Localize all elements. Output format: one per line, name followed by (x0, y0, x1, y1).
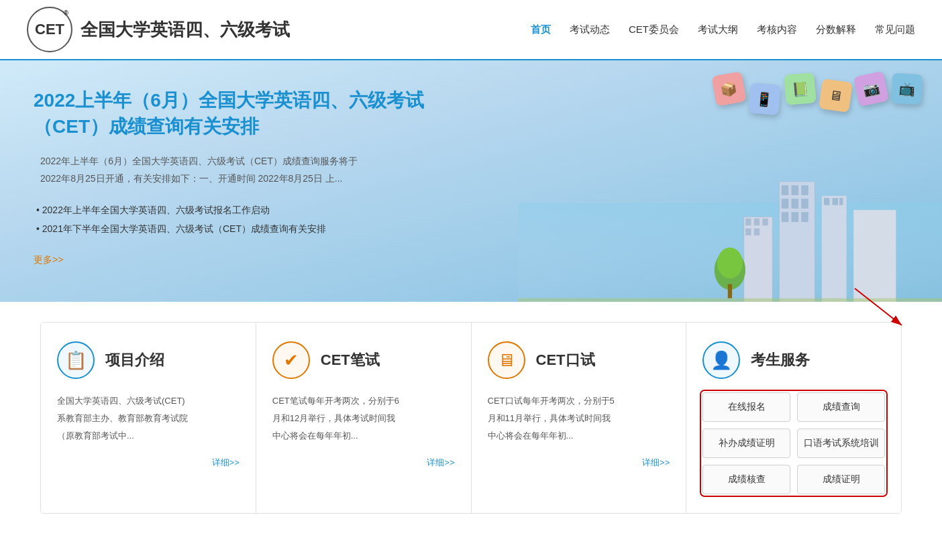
cards-wrapper: 📋 项目介绍 全国大学英语四、六级考试(CET)系教育部主办、教育部教育考试院（… (20, 322, 922, 514)
svg-rect-9 (792, 185, 799, 195)
city-skyline (518, 60, 942, 302)
svg-rect-12 (792, 199, 799, 209)
written-body: CET笔试每年开考两次，分别于6月和12月举行，具体考试时间我中心将会在每年年初… (272, 392, 455, 446)
btn-score-cert[interactable]: 成绩证明 (797, 465, 885, 494)
nav-faq[interactable]: 常见问题 (875, 23, 915, 36)
hero-section: 2022上半年（6月）全国大学英语四、六级考试（CET）成绩查询有关安排 202… (0, 60, 942, 302)
svg-rect-3 (754, 219, 760, 226)
main-nav: 首页 考试动态 CET委员会 考试大纲 考核内容 分数解释 常见问题 (531, 23, 915, 36)
written-icon: ✔ (272, 341, 310, 379)
nav-committee[interactable]: CET委员会 (629, 23, 679, 36)
card-intro-header: 📋 项目介绍 (57, 341, 240, 379)
svg-rect-11 (782, 199, 789, 209)
oral-icon: 🖥 (488, 341, 525, 379)
btn-score-verify[interactable]: 成绩核查 (702, 465, 790, 494)
intro-footer: 详细>> (57, 457, 240, 469)
svg-rect-10 (801, 185, 808, 195)
svg-rect-6 (754, 228, 760, 235)
svg-rect-2 (745, 219, 751, 226)
btn-score-query[interactable]: 成绩查询 (797, 392, 885, 422)
svg-rect-13 (801, 199, 808, 209)
svg-rect-8 (782, 185, 789, 195)
card-written: ✔ CET笔试 CET笔试每年开考两次，分别于6月和12月举行，具体考试时间我中… (256, 323, 472, 513)
logo-area: CET 全国大学英语四、六级考试 (27, 7, 290, 52)
svg-rect-16 (801, 212, 808, 222)
nav-exam-news[interactable]: 考试动态 (570, 23, 610, 36)
news-item-2[interactable]: 2021年下半年全国大学英语四、六级考试（CET）成绩查询有关安排 (34, 219, 484, 238)
svg-rect-18 (824, 198, 829, 205)
nav-home[interactable]: 首页 (531, 23, 551, 36)
btn-oral-training[interactable]: 口语考试系统培训 (797, 429, 885, 458)
svg-rect-24 (728, 284, 732, 298)
card-oral: 🖥 CET口试 CET口试每年开考两次，分别于5月和11月举行，具体考试时间我中… (472, 323, 687, 513)
nav-content[interactable]: 考核内容 (757, 23, 797, 36)
card-intro: 📋 项目介绍 全国大学英语四、六级考试(CET)系教育部主办、教育部教育考试院（… (41, 323, 256, 513)
cet-logo: CET (27, 7, 72, 52)
hero-more-link[interactable]: 更多>> (34, 254, 63, 266)
svg-rect-15 (792, 212, 799, 222)
card-oral-header: 🖥 CET口试 (488, 341, 670, 379)
intro-title: 项目介绍 (105, 350, 164, 370)
oral-title: CET口试 (536, 350, 595, 370)
card-service-header: 👤 考生服务 (702, 341, 885, 379)
news-item-1[interactable]: 2022年上半年全国大学英语四、六级考试报名工作启动 (34, 201, 484, 219)
hero-content: 2022上半年（6月）全国大学英语四、六级考试（CET）成绩查询有关安排 202… (0, 60, 518, 302)
btn-online-register[interactable]: 在线报名 (702, 392, 790, 422)
nav-syllabus[interactable]: 考试大纲 (698, 23, 738, 36)
service-title: 考生服务 (751, 350, 810, 370)
intro-link[interactable]: 详细>> (212, 457, 240, 467)
svg-rect-17 (822, 196, 847, 302)
written-link[interactable]: 详细>> (427, 457, 454, 467)
svg-rect-14 (782, 212, 789, 222)
svg-rect-4 (763, 219, 768, 226)
oral-body: CET口试每年开考两次，分别于5月和11月举行，具体考试时间我中心将会在每年年初… (488, 392, 670, 446)
intro-body: 全国大学英语四、六级考试(CET)系教育部主办、教育部教育考试院（原教育部考试中… (57, 392, 240, 446)
svg-rect-25 (518, 298, 942, 302)
nav-score[interactable]: 分数解释 (816, 23, 856, 36)
service-icon: 👤 (702, 341, 740, 379)
hero-desc: 2022年上半年（6月）全国大学英语四、六级考试（CET）成绩查询服务将于 20… (34, 153, 484, 186)
written-title: CET笔试 (321, 350, 380, 370)
hero-visual: 📦 📱 📗 🖥 📷 📺 (518, 60, 942, 302)
svg-rect-19 (833, 198, 838, 205)
oral-footer: 详细>> (488, 457, 670, 469)
svg-rect-21 (853, 210, 896, 302)
card-written-header: ✔ CET笔试 (272, 341, 455, 379)
site-title: 全国大学英语四、六级考试 (81, 18, 290, 42)
oral-link[interactable]: 详细>> (642, 457, 670, 467)
site-header: CET 全国大学英语四、六级考试 首页 考试动态 CET委员会 考试大纲 考核内… (0, 0, 942, 60)
hero-title: 2022上半年（6月）全国大学英语四、六级考试（CET）成绩查询有关安排 (34, 87, 484, 139)
svg-rect-20 (839, 198, 843, 205)
service-grid: 在线报名 成绩查询 补办成绩证明 口语考试系统培训 成绩核查 成绩证明 (702, 392, 885, 494)
btn-cert-reissue[interactable]: 补办成绩证明 (702, 429, 790, 458)
cards-section: 📋 项目介绍 全国大学英语四、六级考试(CET)系教育部主办、教育部教育考试院（… (40, 322, 902, 514)
written-footer: 详细>> (272, 457, 455, 469)
hero-news-list: 2022年上半年全国大学英语四、六级考试报名工作启动 2021年下半年全国大学英… (34, 201, 484, 238)
svg-point-23 (717, 247, 743, 278)
svg-rect-5 (745, 228, 751, 235)
intro-icon: 📋 (57, 341, 95, 379)
card-service: 👤 考生服务 在线报名 成绩查询 补办成绩证明 口语考试系统培训 成绩核查 成绩… (686, 323, 901, 513)
